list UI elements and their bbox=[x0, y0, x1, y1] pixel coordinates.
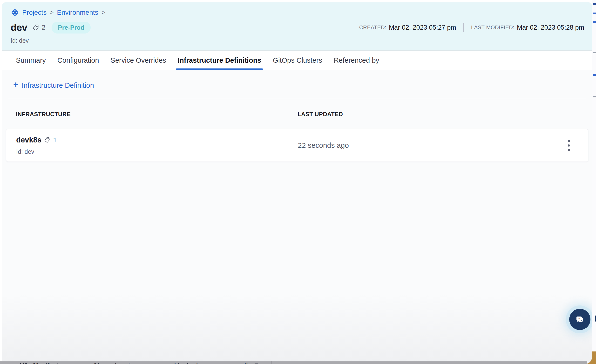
chat-question-icon: ? bbox=[574, 314, 585, 325]
chevron-right-icon: > bbox=[49, 9, 54, 16]
infrastructure-cell: devk8s 1 Id: dev bbox=[6, 136, 288, 155]
desktop-corner-sliver bbox=[592, 351, 596, 364]
modified-value: Mar 02, 2023 05:28 pm bbox=[517, 24, 584, 31]
tab-service-overrides[interactable]: Service Overrides bbox=[111, 51, 166, 70]
tag-icon bbox=[43, 136, 51, 144]
tags-summary: 2 bbox=[32, 24, 45, 32]
tab-referenced-by[interactable]: Referenced by bbox=[334, 51, 379, 70]
infrastructure-name: devk8s bbox=[16, 136, 41, 144]
modified-label: LAST MODIFIED: bbox=[471, 24, 514, 31]
table-row[interactable]: devk8s 1 Id: dev 22 seconds ago bbox=[6, 129, 588, 162]
underlay-text: /deploy/ bbox=[174, 362, 197, 364]
page-title: dev bbox=[11, 22, 27, 33]
add-button-label: Infrastructure Definition bbox=[22, 82, 94, 89]
screen: Projects > Environments > dev 2 Pre-Prod… bbox=[0, 0, 596, 364]
vertical-divider bbox=[463, 23, 464, 32]
tab-bar: Summary Configuration Service Overrides … bbox=[2, 51, 592, 70]
tag-count: 1 bbox=[53, 136, 57, 144]
infrastructure-definitions-content: + Infrastructure Definition INFRASTRUCTU… bbox=[2, 70, 592, 364]
environment-type-badge: Pre-Prod bbox=[52, 22, 91, 34]
tab-configuration[interactable]: Configuration bbox=[57, 51, 99, 70]
environment-details-panel: Projects > Environments > dev 2 Pre-Prod… bbox=[2, 2, 592, 364]
underlay-text-fragment bbox=[593, 74, 596, 76]
tab-gitops-clusters[interactable]: GitOps Clusters bbox=[273, 51, 322, 70]
add-infrastructure-definition-button[interactable]: + Infrastructure Definition bbox=[13, 81, 94, 90]
column-header-last-updated: LAST UPDATED bbox=[298, 111, 592, 118]
underlay-text-fragment bbox=[593, 52, 596, 53]
underlay-text: <+input> bbox=[108, 362, 134, 364]
tag-icon bbox=[32, 24, 39, 31]
more-options-icon[interactable] bbox=[565, 138, 572, 153]
created-value: Mar 02, 2023 05:27 pm bbox=[389, 24, 456, 31]
title-row: dev 2 Pre-Prod CREATED: Mar 02, 2023 05:… bbox=[11, 22, 584, 33]
environment-id: Id: dev bbox=[11, 37, 584, 44]
timestamps: CREATED: Mar 02, 2023 05:27 pm LAST MODI… bbox=[359, 23, 584, 32]
chevron-right-icon: > bbox=[101, 9, 106, 16]
underlay-text: // bbox=[244, 362, 247, 364]
breadcrumb-link-environments[interactable]: Environments bbox=[57, 9, 98, 16]
underlying-page-strip: K8s Manifest { } <+input> /deploy/ // ⧉ bbox=[0, 361, 587, 364]
help-chat-button[interactable]: ? bbox=[569, 309, 590, 330]
underlay-text-fragment bbox=[593, 96, 596, 97]
copy-icon: ⧉ bbox=[255, 362, 259, 364]
svg-text:?: ? bbox=[578, 317, 580, 321]
row-menu-cell bbox=[550, 138, 588, 153]
braces-icon: { } bbox=[94, 362, 100, 364]
underlay-text-fragment bbox=[593, 3, 596, 5]
tag-count: 2 bbox=[41, 24, 45, 32]
underlay-help-button-sliver bbox=[595, 308, 596, 329]
created-label: CREATED: bbox=[359, 24, 387, 31]
table-header-row: INFRASTRUCTURE LAST UPDATED bbox=[2, 111, 592, 118]
underlay-divider bbox=[271, 361, 271, 364]
underlying-window-edge bbox=[592, 0, 596, 364]
underlay-text-fragment bbox=[593, 13, 596, 14]
underlay-text-fragment bbox=[593, 21, 596, 23]
tab-summary[interactable]: Summary bbox=[16, 51, 46, 70]
projects-icon bbox=[11, 8, 19, 17]
page-header: Projects > Environments > dev 2 Pre-Prod… bbox=[2, 2, 592, 51]
section-divider bbox=[8, 98, 586, 98]
breadcrumb: Projects > Environments > bbox=[11, 8, 584, 17]
column-header-infrastructure: INFRASTRUCTURE bbox=[16, 111, 298, 118]
underlay-text: K8s Manifest bbox=[20, 362, 58, 364]
infrastructure-id: Id: dev bbox=[16, 148, 288, 155]
plus-icon: + bbox=[13, 81, 18, 89]
tab-infrastructure-definitions[interactable]: Infrastructure Definitions bbox=[178, 51, 261, 70]
breadcrumb-link-projects[interactable]: Projects bbox=[22, 9, 46, 16]
last-updated-cell: 22 seconds ago bbox=[288, 141, 550, 149]
